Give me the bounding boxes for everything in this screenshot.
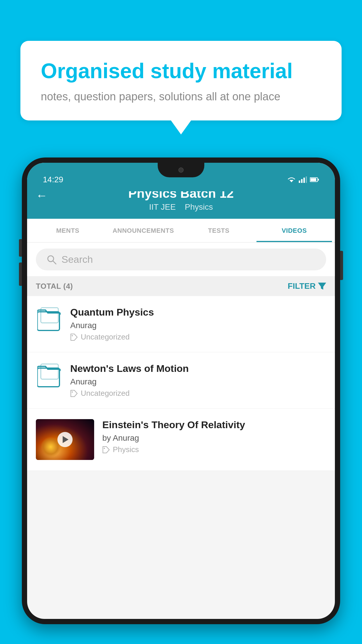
video-title: Einstein's Theory Of Relativity bbox=[102, 419, 326, 430]
tab-videos[interactable]: VIDEOS bbox=[256, 219, 332, 242]
search-placeholder: Search bbox=[61, 254, 93, 265]
search-box[interactable]: Search bbox=[36, 249, 326, 270]
video-list: Quantum Physics Anurag Uncategorized bbox=[27, 296, 335, 471]
list-item[interactable]: Einstein's Theory Of Relativity by Anura… bbox=[27, 409, 335, 471]
svg-line-9 bbox=[53, 261, 56, 264]
front-camera bbox=[178, 167, 184, 173]
video-tag: Uncategorized bbox=[70, 389, 326, 398]
svg-point-17 bbox=[104, 448, 105, 449]
video-author: by Anurag bbox=[102, 433, 326, 443]
bubble-subtitle: notes, question papers, solutions all at… bbox=[41, 90, 321, 103]
svg-rect-4 bbox=[306, 176, 307, 183]
total-label: TOTAL (4) bbox=[36, 282, 73, 291]
video-title: Quantum Physics bbox=[70, 307, 326, 318]
phone-outer: 14:29 bbox=[22, 158, 340, 624]
speech-bubble-container: Organised study material notes, question… bbox=[20, 41, 342, 120]
tag-icon bbox=[70, 333, 78, 341]
search-container: Search bbox=[27, 243, 335, 276]
battery-icon bbox=[310, 177, 319, 182]
video-info: Einstein's Theory Of Relativity by Anura… bbox=[102, 419, 326, 454]
subtitle-physics: Physics bbox=[185, 202, 213, 211]
app-subtitle: IIT JEE Physics bbox=[27, 202, 335, 212]
svg-rect-1 bbox=[299, 181, 300, 183]
status-icons bbox=[287, 176, 319, 183]
svg-rect-2 bbox=[301, 179, 303, 183]
svg-marker-0 bbox=[289, 180, 294, 182]
phone-mockup: 14:29 bbox=[22, 158, 340, 644]
volume-up-button bbox=[19, 239, 22, 257]
tag-icon bbox=[102, 446, 110, 454]
svg-rect-3 bbox=[303, 178, 305, 183]
svg-point-16 bbox=[72, 391, 73, 393]
video-author: Anurag bbox=[70, 321, 326, 330]
power-button bbox=[340, 251, 343, 280]
video-info: Quantum Physics Anurag Uncategorized bbox=[70, 307, 326, 342]
subtitle-iitjee: IIT JEE bbox=[149, 202, 176, 211]
search-icon bbox=[46, 254, 57, 265]
filter-icon bbox=[318, 282, 326, 290]
volume-down-button bbox=[19, 262, 22, 286]
svg-rect-7 bbox=[310, 178, 316, 181]
tab-tests[interactable]: TESTS bbox=[181, 219, 256, 242]
list-item[interactable]: Quantum Physics Anurag Uncategorized bbox=[27, 296, 335, 352]
list-item[interactable]: Newton's Laws of Motion Anurag Uncategor… bbox=[27, 352, 335, 409]
play-button[interactable] bbox=[57, 432, 73, 447]
folder-icon-container bbox=[36, 307, 62, 333]
phone-screen: 14:29 bbox=[27, 163, 335, 619]
play-triangle-icon bbox=[63, 436, 68, 443]
tab-announcements[interactable]: ANNOUNCEMENTS bbox=[106, 219, 181, 242]
folder-icon bbox=[37, 307, 61, 333]
wifi-icon bbox=[287, 176, 296, 183]
tab-ments[interactable]: MENTS bbox=[30, 219, 106, 242]
folder-icon bbox=[37, 363, 61, 389]
video-info: Newton's Laws of Motion Anurag Uncategor… bbox=[70, 363, 326, 398]
speech-bubble: Organised study material notes, question… bbox=[20, 41, 342, 120]
filter-bar: TOTAL (4) FILTER bbox=[27, 276, 335, 296]
status-time: 14:29 bbox=[43, 175, 63, 184]
svg-marker-10 bbox=[318, 283, 326, 290]
tabs-bar: MENTS ANNOUNCEMENTS TESTS VIDEOS bbox=[27, 219, 335, 243]
video-thumbnail bbox=[36, 419, 94, 460]
tag-icon bbox=[70, 390, 78, 397]
phone-notch bbox=[158, 163, 204, 177]
bubble-title: Organised study material bbox=[41, 58, 321, 83]
video-tag: Physics bbox=[102, 445, 326, 454]
video-author: Anurag bbox=[70, 377, 326, 386]
filter-button[interactable]: FILTER bbox=[288, 281, 326, 291]
video-tag: Uncategorized bbox=[70, 332, 326, 342]
signal-icon bbox=[299, 176, 307, 183]
video-title: Newton's Laws of Motion bbox=[70, 363, 326, 374]
svg-point-13 bbox=[72, 335, 73, 336]
svg-rect-6 bbox=[318, 179, 319, 181]
folder-icon-container bbox=[36, 363, 62, 389]
